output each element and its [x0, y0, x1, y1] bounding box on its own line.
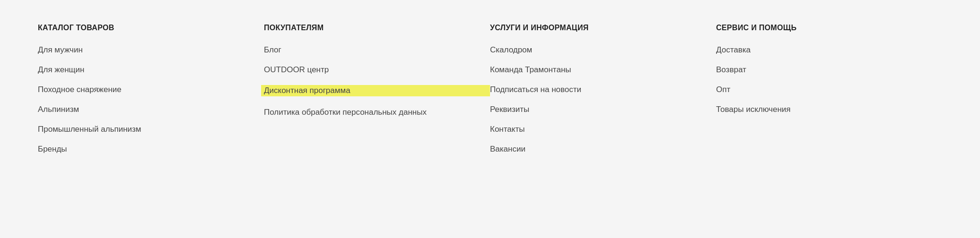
footer-navigation: КАТАЛОГ ТОВАРОВДля мужчинДля женщинПоход… — [0, 0, 980, 188]
nav-link-delivery[interactable]: Доставка — [716, 45, 942, 55]
nav-column-title-support: СЕРВИС И ПОМОЩЬ — [716, 24, 942, 32]
nav-link-return[interactable]: Возврат — [716, 65, 942, 75]
nav-link-requisites[interactable]: Реквизиты — [490, 105, 716, 114]
nav-link-contacts[interactable]: Контакты — [490, 125, 716, 134]
nav-link-industrial[interactable]: Промышленный альпинизм — [38, 125, 264, 134]
nav-link-team[interactable]: Команда Трамонтаны — [490, 65, 716, 75]
nav-link-alpinism[interactable]: Альпинизм — [38, 105, 264, 114]
nav-link-vacancies[interactable]: Вакансии — [490, 144, 716, 154]
nav-column-title-buyers: ПОКУПАТЕЛЯМ — [264, 24, 490, 32]
nav-link-exclusions[interactable]: Товары исключения — [716, 105, 942, 114]
nav-column-title-catalog: КАТАЛОГ ТОВАРОВ — [38, 24, 264, 32]
nav-link-women[interactable]: Для женщин — [38, 65, 264, 75]
nav-link-discount[interactable]: Дисконтная программа — [261, 85, 490, 96]
nav-link-outdoor[interactable]: OUTDOOR центр — [264, 65, 490, 75]
nav-link-policy[interactable]: Политика обработки персональных данных — [264, 107, 490, 118]
nav-column-services: УСЛУГИ И ИНФОРМАЦИЯСкалодромКоманда Трам… — [490, 24, 716, 164]
nav-column-buyers: ПОКУПАТЕЛЯМБлогOUTDOOR центрДисконтная п… — [264, 24, 490, 164]
nav-link-wholesale[interactable]: Опт — [716, 85, 942, 94]
nav-column-catalog: КАТАЛОГ ТОВАРОВДля мужчинДля женщинПоход… — [38, 24, 264, 164]
nav-link-blog[interactable]: Блог — [264, 45, 490, 55]
nav-column-support: СЕРВИС И ПОМОЩЬДоставкаВозвратОптТовары … — [716, 24, 942, 164]
nav-link-climbing[interactable]: Скалодром — [490, 45, 716, 55]
nav-link-subscribe[interactable]: Подписаться на новости — [490, 85, 716, 94]
nav-link-men[interactable]: Для мужчин — [38, 45, 264, 55]
nav-link-brands[interactable]: Бренды — [38, 144, 264, 154]
nav-link-camping[interactable]: Походное снаряжение — [38, 85, 264, 94]
nav-column-title-services: УСЛУГИ И ИНФОРМАЦИЯ — [490, 24, 716, 32]
